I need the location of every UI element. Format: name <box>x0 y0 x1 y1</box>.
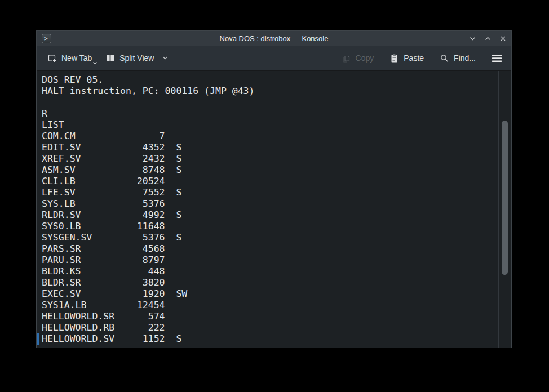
terminal-line: LFE.SV 7552 S <box>42 187 498 198</box>
konsole-window: > Nova DOS : distrobox — Konsole <box>36 30 512 348</box>
terminal-line: ASM.SV 8748 S <box>42 164 498 176</box>
toolbar: New Tab Split View Copy <box>37 46 511 71</box>
terminal-area[interactable]: DOS REV 05.HALT instruction, PC: 000116 … <box>37 71 511 348</box>
paste-button[interactable]: Paste <box>388 51 425 65</box>
chevron-down-icon <box>162 55 169 61</box>
window-title: Nova DOS : distrobox — Konsole <box>37 34 511 43</box>
terminal-line: PARS.SR 4568 <box>42 243 498 255</box>
paste-icon <box>389 54 399 63</box>
terminal-line: HELLOWORLD.RB 222 <box>42 322 498 333</box>
find-button[interactable]: Find... <box>439 51 477 65</box>
scrollbar[interactable] <box>498 71 511 348</box>
terminal-output: DOS REV 05.HALT instruction, PC: 000116 … <box>37 74 498 345</box>
terminal-line: SYS.LB 5376 <box>42 198 498 210</box>
terminal-line: LIST <box>42 119 498 131</box>
terminal-line: CLI.LB 20524 <box>42 176 498 187</box>
find-label: Find... <box>454 54 476 63</box>
terminal-line: HELLOWORLD.SR 574 <box>42 311 498 322</box>
new-tab-button[interactable]: New Tab <box>46 51 93 65</box>
terminal-line: XREF.SV 2432 S <box>42 153 498 164</box>
titlebar[interactable]: > Nova DOS : distrobox — Konsole <box>37 31 511 46</box>
terminal-line: COM.CM 7 <box>42 131 498 142</box>
new-tab-icon <box>47 54 57 63</box>
close-icon <box>499 35 507 42</box>
terminal-line: EDIT.SV 4352 S <box>42 142 498 153</box>
scrollbar-thumb[interactable] <box>502 121 508 275</box>
terminal-line: BLDR.KS 448 <box>42 266 498 277</box>
paste-label: Paste <box>404 54 424 63</box>
window-controls <box>468 34 507 42</box>
new-tab-label: New Tab <box>61 54 92 63</box>
chevron-up-icon <box>484 35 492 42</box>
split-view-icon <box>105 54 115 63</box>
terminal-line: PARU.SR 8797 <box>42 255 498 266</box>
hamburger-menu-icon <box>492 54 502 63</box>
terminal-line: EXEC.SV 1920 SW <box>42 288 498 300</box>
hamburger-menu-button[interactable] <box>490 52 503 65</box>
minimize-button[interactable] <box>468 34 476 42</box>
terminal-line: BLDR.SR 3820 <box>42 277 498 288</box>
terminal-line: DOS REV 05. <box>42 74 498 86</box>
split-view-button[interactable]: Split View <box>104 51 170 65</box>
terminal-line: HELLOWORLD.SV 1152 S <box>42 333 498 345</box>
terminal-line: R <box>42 108 498 119</box>
terminal-line: SYS1A.LB 12454 <box>42 300 498 311</box>
terminal-line: RLDR.SV 4992 S <box>42 210 498 221</box>
new-tab-dropdown-chevron-icon <box>92 61 98 65</box>
terminal-cursor <box>37 333 39 345</box>
terminal-line: SYS0.LB 11648 <box>42 221 498 232</box>
desktop-background: { "window": { "title": "Nova DOS : distr… <box>0 0 549 392</box>
terminal-line: SYSGEN.SV 5376 S <box>42 232 498 243</box>
split-view-label: Split View <box>119 54 154 63</box>
terminal-line <box>42 97 498 108</box>
search-icon <box>440 54 449 63</box>
copy-label: Copy <box>356 54 374 63</box>
copy-button[interactable]: Copy <box>340 51 375 65</box>
chevron-down-icon <box>469 35 476 42</box>
close-button[interactable] <box>499 34 507 42</box>
konsole-terminal-icon: > <box>42 34 51 43</box>
copy-icon <box>342 54 351 63</box>
terminal-line: HALT instruction, PC: 000116 (JMP @43) <box>42 86 498 97</box>
maximize-button[interactable] <box>484 34 492 42</box>
